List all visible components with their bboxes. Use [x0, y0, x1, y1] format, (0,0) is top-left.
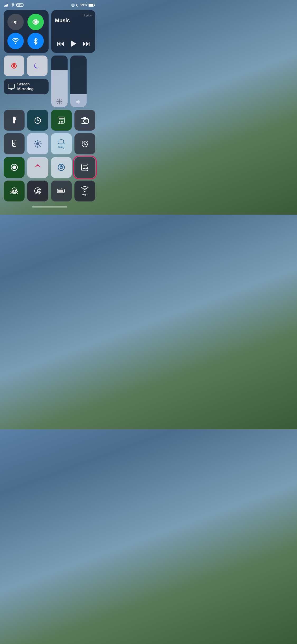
svg-point-72 — [58, 164, 64, 171]
svg-line-99 — [37, 189, 40, 190]
flashlight-icon — [11, 116, 18, 125]
battery-widget-button[interactable] — [51, 181, 72, 201]
music-app-button[interactable] — [27, 181, 48, 201]
svg-point-86 — [15, 190, 16, 191]
cellular-button[interactable] — [27, 14, 44, 30]
svg-marker-16 — [10, 89, 12, 90]
flashlight-button[interactable] — [4, 110, 25, 131]
rotation-lock-button[interactable] — [4, 56, 24, 76]
icon-grid-row4: WiFi — [4, 181, 95, 201]
svg-line-24 — [61, 100, 61, 100]
svg-rect-102 — [64, 190, 65, 192]
icon-grid-row2: Notify — [4, 133, 95, 154]
status-left: VPN — [4, 3, 23, 7]
wifi-toggle-button[interactable] — [7, 33, 24, 49]
camera-button[interactable] — [74, 110, 95, 131]
volume-slider[interactable] — [70, 56, 87, 107]
music-next-button[interactable] — [83, 41, 89, 48]
notes-button[interactable] — [74, 157, 95, 178]
do-not-disturb-button[interactable] — [27, 56, 48, 76]
svg-line-66 — [86, 141, 87, 142]
calculator-button[interactable] — [51, 110, 72, 131]
signal-bar-2 — [5, 5, 6, 7]
battery-icon — [88, 4, 95, 7]
svg-point-38 — [62, 121, 63, 122]
svg-rect-32 — [37, 117, 39, 118]
music-play-button[interactable] — [70, 40, 77, 49]
svg-rect-11 — [89, 42, 89, 46]
screen-time-icon — [57, 163, 65, 171]
svg-point-39 — [59, 122, 60, 123]
play-icon — [70, 40, 77, 47]
home-indicator[interactable] — [32, 206, 67, 208]
notify-label: Notify — [58, 146, 65, 149]
brightness-adjust-button[interactable] — [27, 133, 48, 154]
svg-point-3 — [34, 21, 37, 23]
volume-icon — [76, 99, 81, 104]
svg-line-58 — [40, 141, 40, 142]
svg-rect-27 — [13, 120, 15, 123]
camera-icon — [81, 117, 89, 124]
brightness-icon — [56, 99, 62, 104]
skull-button[interactable] — [4, 181, 25, 201]
airplane-icon — [12, 18, 20, 26]
bluetooth-button[interactable] — [27, 33, 44, 49]
screen-flash-button[interactable] — [4, 133, 25, 154]
wifi-toggle-icon — [12, 37, 20, 45]
alarm-button[interactable] — [74, 133, 95, 154]
timer-button[interactable] — [27, 110, 48, 131]
svg-line-59 — [35, 146, 36, 146]
screen-record-button[interactable] — [4, 157, 25, 178]
svg-point-36 — [59, 121, 60, 122]
rotation-lock-icon — [9, 61, 19, 71]
svg-rect-28 — [13, 118, 16, 120]
wifi-status-icon — [11, 3, 15, 7]
status-right: 99% — [71, 3, 95, 7]
svg-rect-50 — [13, 146, 15, 147]
svg-rect-44 — [83, 117, 86, 119]
wifi-widget-icon — [81, 186, 89, 193]
signal-bar-3 — [6, 4, 7, 7]
moon-icon — [76, 3, 79, 7]
svg-point-104 — [84, 191, 86, 192]
brightness-adjust-icon — [34, 140, 42, 148]
brightness-slider[interactable] — [51, 56, 68, 107]
skull-icon — [10, 187, 18, 195]
music-prev-button[interactable] — [57, 41, 64, 48]
screen-time-button[interactable] — [51, 157, 72, 178]
svg-marker-6 — [61, 42, 64, 46]
notify-icon — [58, 139, 65, 145]
wifi-widget-button[interactable]: WiFi — [74, 181, 95, 201]
svg-line-57 — [40, 146, 40, 146]
svg-point-70 — [12, 165, 16, 169]
music-widget[interactable]: Lyrics Music — [51, 10, 95, 53]
screen-record-icon — [10, 163, 18, 171]
notify-button[interactable]: Notify — [51, 133, 72, 154]
airplane-mode-button[interactable] — [7, 14, 24, 30]
location-icon — [34, 164, 41, 171]
row-connectivity-music: Lyrics Music — [4, 10, 95, 53]
music-lyrics-label: Lyrics — [55, 14, 92, 17]
svg-line-25 — [58, 103, 58, 103]
svg-marker-10 — [86, 42, 89, 46]
svg-line-22 — [58, 100, 58, 100]
location-button[interactable] — [27, 157, 48, 178]
svg-point-37 — [61, 121, 62, 122]
svg-point-41 — [62, 122, 63, 123]
svg-marker-26 — [76, 100, 79, 104]
svg-line-56 — [35, 141, 36, 142]
screen-mirroring-button[interactable]: Screen Mirroring — [4, 79, 49, 94]
svg-line-47 — [13, 142, 14, 144]
svg-point-40 — [61, 122, 62, 123]
svg-line-65 — [82, 141, 83, 142]
battery-percent: 99% — [81, 3, 87, 7]
svg-marker-9 — [83, 42, 86, 46]
svg-point-43 — [83, 119, 86, 122]
svg-point-4 — [15, 43, 16, 44]
screen-mirror-label: Screen Mirroring — [17, 82, 44, 91]
svg-point-85 — [12, 190, 14, 191]
notes-icon — [81, 163, 88, 171]
signal-bar-4 — [7, 4, 8, 7]
connectivity-widget[interactable] — [4, 10, 49, 53]
icon-grid-row3 — [4, 157, 95, 178]
